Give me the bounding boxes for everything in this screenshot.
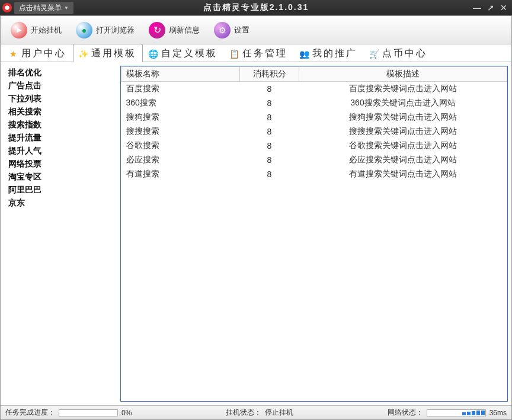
template-table-wrap: 模板名称 消耗积分 模板描述 百度搜索8百度搜索关键词点击进入网站360搜索83… [120,66,508,402]
main-content: 排名优化广告点击下拉列表相关搜索搜索指数提升流量提升人气网络投票淘宝专区阿里巴巴… [1,62,511,405]
cell-desc: 搜狗搜索关键词点击进入网站 [299,110,507,124]
cell-desc: 谷歌搜索关键词点击进入网站 [299,139,507,153]
table-row[interactable]: 搜搜搜索8搜搜搜索关键词点击进入网站 [121,124,507,139]
refresh-button[interactable]: 刷新信息 [142,19,206,41]
sidebar-item[interactable]: 淘宝专区 [5,171,116,184]
tab-custom-template[interactable]: 🌐 自定义模板 [143,44,224,62]
sidebar-item[interactable]: 广告点击 [5,79,116,92]
cell-cost: 8 [240,167,299,181]
tabs: ★ 用户中心 ✨ 通用模板 🌐 自定义模板 📋 任务管理 👥 我的推广 🛒 点币… [1,44,511,62]
app-body: 开始挂机 打开浏览器 刷新信息 设置 ★ 用户中心 ✨ 通用模板 🌐 自定义模板 [0,15,512,420]
net-latency: 36ms [489,409,507,417]
sidebar: 排名优化广告点击下拉列表相关搜索搜索指数提升流量提升人气网络投票淘宝专区阿里巴巴… [4,66,117,402]
col-desc[interactable]: 模板描述 [299,67,507,82]
cell-cost: 8 [240,110,299,124]
tab-label: 通用模板 [91,47,136,60]
refresh-label: 刷新信息 [169,25,200,36]
table-header-row: 模板名称 消耗积分 模板描述 [121,67,507,82]
col-name[interactable]: 模板名称 [121,67,240,82]
cell-name: 360搜索 [121,96,240,110]
tab-coin-center[interactable]: 🛒 点币中心 [364,44,434,62]
maximize-button[interactable]: ↗ [487,3,494,12]
settings-label: 设置 [234,25,249,36]
template-table: 模板名称 消耗积分 模板描述 百度搜索8百度搜索关键词点击进入网站360搜索83… [121,66,507,181]
sidebar-item[interactable]: 下拉列表 [5,92,116,105]
globe-icon: 🌐 [149,49,159,59]
cell-cost: 8 [240,124,299,139]
browser-icon [76,22,92,39]
cell-cost: 8 [240,139,299,153]
hang-status-value: 停止挂机 [265,408,293,418]
app-icon [2,3,12,12]
minimize-button[interactable]: — [473,3,481,12]
table-row[interactable]: 谷歌搜索8谷歌搜索关键词点击进入网站 [121,139,507,153]
cell-name: 百度搜索 [121,82,240,97]
table-row[interactable]: 百度搜索8百度搜索关键词点击进入网站 [121,82,507,97]
table-row[interactable]: 必应搜索8必应搜索关键词点击进入网站 [121,153,507,167]
task-progress-value: 0% [121,409,132,417]
star-icon: ★ [9,49,19,59]
sidebar-item[interactable]: 相关搜索 [5,105,116,118]
cell-name: 有道搜索 [121,167,240,181]
cart-icon: 🛒 [370,49,380,59]
net-status-label: 网络状态： [388,408,423,418]
window-title: 点击精灵专业版2.1.0.31 [0,2,512,13]
sidebar-item[interactable]: 阿里巴巴 [5,184,116,197]
cell-name: 谷歌搜索 [121,139,240,153]
hang-status: 挂机状态： 停止挂机 [226,408,293,418]
sidebar-item[interactable]: 提升流量 [5,132,116,145]
tab-label: 用户中心 [21,47,66,60]
task-progress-label: 任务完成进度： [5,408,55,418]
browser-label: 打开浏览器 [96,25,135,36]
app-menu-button[interactable]: 点击精灵菜单 ▼ [14,2,73,14]
open-browser-button[interactable]: 打开浏览器 [69,19,141,41]
sidebar-item[interactable]: 京东 [5,197,116,210]
window-controls: — ↗ ✕ [473,3,512,12]
tab-user-center[interactable]: ★ 用户中心 [3,44,73,62]
cell-desc: 百度搜索关键词点击进入网站 [299,82,507,97]
cell-desc: 搜搜搜索关键词点击进入网站 [299,124,507,139]
refresh-icon [149,22,165,39]
net-status: 网络状态： 36ms [388,408,507,418]
cell-desc: 必应搜索关键词点击进入网站 [299,153,507,167]
sidebar-item[interactable]: 排名优化 [5,66,116,79]
cell-cost: 8 [240,96,299,110]
cell-name: 搜狗搜索 [121,110,240,124]
tab-label: 我的推广 [312,47,357,60]
app-menu-label: 点击精灵菜单 [19,3,62,13]
people-icon: 👥 [300,49,310,59]
start-button[interactable]: 开始挂机 [4,19,68,41]
cell-name: 必应搜索 [121,153,240,167]
start-label: 开始挂机 [31,25,62,36]
settings-button[interactable]: 设置 [207,19,256,41]
close-button[interactable]: ✕ [500,3,507,12]
table-row[interactable]: 搜狗搜索8搜狗搜索关键词点击进入网站 [121,110,507,124]
cell-cost: 8 [240,153,299,167]
sidebar-item[interactable]: 提升人气 [5,145,116,158]
cell-desc: 有道搜索关键词点击进入网站 [299,167,507,181]
chevron-down-icon: ▼ [64,5,69,11]
tab-my-promo[interactable]: 👥 我的推广 [294,44,364,62]
tab-task-manage[interactable]: 📋 任务管理 [224,44,294,62]
gear-icon [214,22,231,39]
signal-icon [427,409,486,416]
cell-desc: 360搜索关键词点击进入网站 [299,96,507,110]
tab-label: 任务管理 [242,47,287,60]
play-icon [11,22,27,39]
task-icon: 📋 [231,49,240,59]
cell-name: 搜搜搜索 [121,124,240,139]
toolbar: 开始挂机 打开浏览器 刷新信息 设置 [1,16,511,44]
tab-label: 自定义模板 [161,47,217,60]
col-cost[interactable]: 消耗积分 [240,67,299,82]
sidebar-item[interactable]: 网络投票 [5,158,116,171]
sidebar-item[interactable]: 搜索指数 [5,118,116,132]
statusbar: 任务完成进度： 0% 挂机状态： 停止挂机 网络状态： 36ms [1,405,511,419]
titlebar: 点击精灵菜单 ▼ 点击精灵专业版2.1.0.31 — ↗ ✕ [0,0,512,15]
table-row[interactable]: 有道搜索8有道搜索关键词点击进入网站 [121,167,507,181]
task-progress: 任务完成进度： 0% [5,408,132,418]
tab-label: 点币中心 [382,47,427,60]
wand-icon: ✨ [79,49,89,59]
table-row[interactable]: 360搜索8360搜索关键词点击进入网站 [121,96,507,110]
hang-status-label: 挂机状态： [226,408,261,418]
tab-general-template[interactable]: ✨ 通用模板 [73,44,143,62]
